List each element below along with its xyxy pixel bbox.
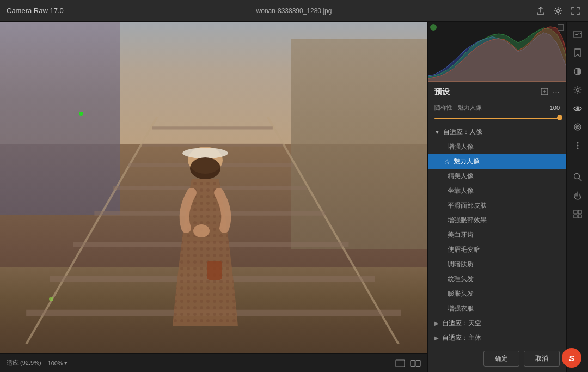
scene-building-right [291,39,427,249]
preset-header-icons: ⋯ [541,88,560,97]
preset-item-label: 增强衣服 [448,304,474,313]
scene-building-left [0,22,120,215]
histogram-toggle-icon[interactable] [569,26,586,42]
preset-item-label: 使眉毛变暗 [448,245,480,254]
cancel-button[interactable]: 取消 [524,351,560,367]
confirm-button[interactable]: 确定 [483,351,519,367]
group-name-portrait: 自适应：人像 [443,127,482,137]
preset-item-label: 坐靠人像 [448,186,474,196]
mask-panel-icon[interactable] [569,63,586,80]
preset-item-label: 膨胀头发 [448,289,474,298]
titlebar: Camera Raw 17.0 wonan-8338390_1280.jpg [0,0,588,22]
bookmark-panel-icon[interactable] [569,45,586,61]
preset-item-expand-hair[interactable]: 膨胀头发 [428,286,566,301]
status-icons [395,358,421,369]
svg-point-31 [577,142,578,144]
preset-item-label: 美白牙齿 [448,230,474,240]
hand-tool-icon[interactable] [569,187,586,204]
panel-content: 预设 ⋯ 随样性 - 魅力人像 [428,82,566,345]
photo-scene [0,22,427,372]
main-layout: 适应 (92.9%) 100% ▾ [0,22,588,372]
preset-item-label: 调暗肤质 [448,260,474,269]
histogram [428,22,566,82]
right-toolbar [566,22,588,372]
svg-rect-18 [411,360,415,366]
more-options-icon[interactable] [569,137,586,154]
preset-item-smooth-skin[interactable]: 平滑面部皮肤 [428,198,566,213]
preset-group-sky[interactable]: ▶ 自适应：天空 [428,316,566,331]
preset-item-label: 魅力人像 [454,157,480,166]
clipping-highlights-indicator[interactable] [558,24,564,31]
svg-point-0 [557,9,560,12]
green-marker-1 [79,112,83,116]
add-preset-icon[interactable] [541,88,548,97]
grid-view-icon[interactable] [569,206,586,222]
right-side: 预设 ⋯ 随样性 - 魅力人像 [427,22,588,372]
view-split-icon[interactable] [410,358,421,369]
preset-item-hair-texture[interactable]: 纹理头发 [428,272,566,286]
histogram-svg [428,22,566,82]
preset-item-label: 增强人像 [448,142,474,151]
zoom-value: 100% [48,360,63,367]
settings-panel-icon[interactable] [569,82,586,98]
slider-thumb[interactable] [557,115,562,120]
clipping-shadows-indicator[interactable] [430,24,437,31]
preset-title: 预设 [434,87,450,97]
export-button[interactable] [535,5,547,17]
preset-list: ▼ 自适应：人像 增强人像 ☆ 魅力人像 精美人像 [428,125,566,345]
green-marker-2 [49,297,53,301]
view-single-icon[interactable] [395,358,406,369]
app-title: Camera Raw 17.0 [7,7,64,15]
fullscreen-button[interactable] [569,5,581,17]
preset-item-whiten-teeth[interactable]: 美白牙齿 [428,228,566,242]
svg-rect-19 [416,360,420,366]
preset-item-label: 精美人像 [448,172,474,181]
status-bar: 适应 (92.9%) 100% ▾ [0,353,427,372]
watermark-logo: S [562,348,581,368]
random-preset-value: 100 [544,105,560,111]
preset-item-sit-portrait[interactable]: 坐靠人像 [428,184,566,198]
preset-item-enhance-portrait[interactable]: 增强人像 [428,139,566,154]
random-slider[interactable] [434,117,560,119]
star-icon-selected: ☆ [444,158,450,166]
preset-header: 预设 ⋯ [428,82,566,101]
preset-item-darken-brow[interactable]: 使眉毛变暗 [428,242,566,257]
svg-point-13 [190,157,220,179]
preset-item-label: 平滑面部皮肤 [448,201,487,210]
bottom-buttons: 确定 取消 [428,345,566,372]
svg-point-26 [576,89,579,92]
preset-group-subject[interactable]: ▶ 自适应：主体 [428,331,566,345]
search-tool-icon[interactable] [569,169,586,185]
svg-point-14 [193,224,210,237]
eye-panel-icon[interactable] [569,100,586,117]
svg-point-32 [577,145,578,147]
circle-panel-icon[interactable] [569,119,586,135]
svg-point-33 [577,148,578,149]
svg-rect-39 [578,215,581,218]
fit-label: 适应 (92.9%) [7,359,41,367]
svg-rect-38 [574,215,577,218]
image-area[interactable]: 适应 (92.9%) 100% ▾ [0,22,427,372]
group-arrow-subject: ▶ [434,335,439,341]
group-arrow-sky: ▶ [434,320,439,326]
svg-rect-36 [574,210,577,214]
zoom-dropdown[interactable]: ▾ [64,359,68,367]
preset-item-enhance-clothes[interactable]: 增强衣服 [428,301,566,316]
settings-button[interactable] [552,5,564,17]
svg-rect-37 [578,210,581,214]
preset-item-beautiful-portrait[interactable]: 精美人像 [428,169,566,184]
preset-item-label: 增强眼部效果 [448,216,487,225]
preset-item-label: 纹理头发 [448,275,474,284]
preset-menu-icon[interactable]: ⋯ [553,88,560,96]
random-preset-row: 随样性 - 魅力人像 100 [428,101,566,117]
group-name-subject: 自适应：主体 [442,333,481,343]
preset-item-charm-portrait[interactable]: ☆ 魅力人像 [428,154,566,169]
svg-rect-17 [396,360,405,367]
svg-point-11 [188,147,223,174]
svg-point-30 [577,126,578,127]
group-name-sky: 自适应：天空 [442,319,481,328]
svg-line-35 [579,179,581,181]
preset-item-adjust-skin[interactable]: 调暗肤质 [428,257,566,272]
preset-item-enhance-eyes[interactable]: 增强眼部效果 [428,213,566,228]
preset-group-portrait[interactable]: ▼ 自适应：人像 [428,125,566,139]
